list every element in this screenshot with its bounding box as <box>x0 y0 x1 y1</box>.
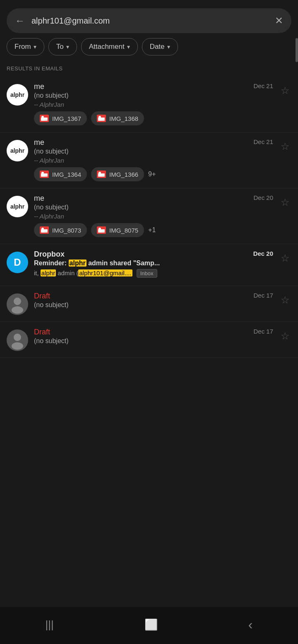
more-count-3: +1 <box>148 226 156 234</box>
email-top-row-3: me Dec 20 <box>34 194 273 203</box>
avatar-1: alphr <box>7 84 28 106</box>
filter-to[interactable]: To ▾ <box>48 38 77 55</box>
filter-to-label: To <box>56 43 64 51</box>
attachment-chip-3a[interactable]: IMG_8073 <box>34 223 87 237</box>
attachment-chip-2b[interactable]: IMG_1366 <box>91 167 144 181</box>
filter-date[interactable]: Date ▾ <box>142 38 178 55</box>
email-content-5: Draft Dec 17 (no subject) <box>34 292 273 310</box>
search-bar-left: ← alphr101@gmail.com <box>15 15 110 26</box>
svg-point-3 <box>12 342 23 350</box>
email-top-row-1: me Dec 21 <box>34 82 273 91</box>
email-subject-5: (no subject) <box>34 301 273 309</box>
image-icon-2b <box>97 171 106 178</box>
email-item-2[interactable]: alphr me Dec 21 (no subject) -- AlphrJan… <box>0 132 298 188</box>
filter-date-label: Date <box>150 43 165 51</box>
attachment-chip-2a[interactable]: IMG_1364 <box>34 167 87 181</box>
email-sender-2: me <box>34 138 44 147</box>
email-subject-4: Reminder: alphr admin shared "Samp... <box>34 260 273 267</box>
email-subject-6: (no subject) <box>34 337 273 345</box>
email-date-5: Dec 17 <box>253 292 273 299</box>
back-icon[interactable]: ← <box>15 15 25 26</box>
attachment-name-2b: IMG_1366 <box>109 171 138 178</box>
email-content-4: Dropbox Dec 20 Reminder: alphr admin sha… <box>34 250 273 279</box>
attachments-row-1: IMG_1367 IMG_1368 <box>34 111 273 125</box>
email-date-6: Dec 17 <box>253 328 273 335</box>
inbox-badge-4: Inbox <box>137 269 157 278</box>
email-date-1: Dec 21 <box>253 82 273 89</box>
avatar-4: D <box>7 252 28 273</box>
email-preview-1: -- AlphrJan <box>34 101 273 108</box>
email-item-6[interactable]: Draft Dec 17 (no subject) ☆ <box>0 322 298 358</box>
avatar-text-2: alphr <box>10 147 24 154</box>
star-button-3[interactable]: ☆ <box>279 195 291 210</box>
filter-date-chevron: ▾ <box>167 43 170 50</box>
email-date-2: Dec 21 <box>253 138 273 145</box>
attachment-chip-1b[interactable]: IMG_1368 <box>91 111 144 125</box>
attachment-name-3a: IMG_8073 <box>52 227 81 234</box>
svg-point-1 <box>12 306 23 314</box>
email-top-row-4: Dropbox Dec 20 <box>34 250 273 259</box>
avatar-3: alphr <box>7 196 28 217</box>
avatar-text-4: D <box>14 257 21 268</box>
image-icon-2a <box>40 171 49 178</box>
star-button-6[interactable]: ☆ <box>279 329 291 344</box>
filter-attachment[interactable]: Attachment ▾ <box>81 38 138 55</box>
image-icon-1b <box>97 115 106 122</box>
avatar-6 <box>7 329 28 351</box>
person-icon-5 <box>7 293 28 315</box>
email-content-1: me Dec 21 (no subject) -- AlphrJan IMG_1… <box>34 82 273 125</box>
email-preview-2: -- AlphrJan <box>34 157 273 164</box>
filter-from-chevron: ▾ <box>34 43 36 50</box>
email-sender-1: me <box>34 82 44 91</box>
attachment-chip-3b[interactable]: IMG_8075 <box>91 223 144 237</box>
attachments-row-3: IMG_8073 IMG_8075 +1 <box>34 223 273 237</box>
nav-back-button[interactable]: ‹ <box>240 614 261 636</box>
star-button-1[interactable]: ☆ <box>279 83 291 98</box>
star-button-2[interactable]: ☆ <box>279 139 291 154</box>
image-icon-3a <box>40 226 49 234</box>
email-sender-4: Dropbox <box>34 250 65 259</box>
subject-highlight-4: alphr <box>69 260 87 267</box>
email-content-3: me Dec 20 (no subject) -- AlphrJan IMG_8… <box>34 194 273 237</box>
attachment-name-2a: IMG_1364 <box>52 171 81 178</box>
email-subject-1: (no subject) <box>34 92 273 99</box>
attachment-chip-1a[interactable]: IMG_1367 <box>34 111 87 125</box>
email-top-row-6: Draft Dec 17 <box>34 328 273 336</box>
close-icon[interactable]: ✕ <box>275 15 283 26</box>
attachment-name-3b: IMG_8075 <box>109 227 138 234</box>
email-item-5[interactable]: Draft Dec 17 (no subject) ☆ <box>0 286 298 322</box>
search-bar: ← alphr101@gmail.com ✕ <box>7 8 291 33</box>
email-subject-3: (no subject) <box>34 204 273 211</box>
nav-home-button[interactable]: ⬜ <box>136 615 166 634</box>
avatar-5 <box>7 293 28 315</box>
image-icon-3b <box>97 226 106 234</box>
filter-attachment-chevron: ▾ <box>127 43 130 50</box>
filter-from[interactable]: From ▾ <box>7 38 44 55</box>
avatar-text-3: alphr <box>10 203 24 210</box>
more-count-2: 9+ <box>148 171 156 178</box>
email-item-3[interactable]: alphr me Dec 20 (no subject) -- AlphrJan… <box>0 188 298 244</box>
email-item-4[interactable]: D Dropbox Dec 20 Reminder: alphr admin s… <box>0 244 298 286</box>
filter-row-container: From ▾ To ▾ Attachment ▾ Date ▾ <box>0 38 298 62</box>
filter-row: From ▾ To ▾ Attachment ▾ Date ▾ <box>0 38 298 62</box>
nav-recents-button[interactable]: ||| <box>37 615 62 634</box>
preview-highlight-4b: alphr101@gmail.... <box>78 269 132 276</box>
email-sender-5: Draft <box>34 292 50 300</box>
star-button-5[interactable]: ☆ <box>279 293 291 308</box>
filter-from-label: From <box>14 43 31 51</box>
preview-highlight-4a: alphr <box>41 269 56 276</box>
email-content-6: Draft Dec 17 (no subject) <box>34 328 273 346</box>
attachment-name-1b: IMG_1368 <box>109 115 138 122</box>
email-sender-3: me <box>34 194 44 203</box>
email-content-2: me Dec 21 (no subject) -- AlphrJan IMG_1… <box>34 138 273 181</box>
email-date-4: Dec 20 <box>253 250 273 257</box>
star-button-4[interactable]: ☆ <box>279 251 291 266</box>
scroll-indicator <box>296 38 298 62</box>
bottom-nav: ||| ⬜ ‹ <box>0 607 298 644</box>
attachments-row-2: IMG_1364 IMG_1366 9+ <box>34 167 273 181</box>
email-item-1[interactable]: alphr me Dec 21 (no subject) -- AlphrJan… <box>0 77 298 132</box>
image-icon-1a <box>40 115 49 122</box>
email-subject-2: (no subject) <box>34 148 273 155</box>
attachment-name-1a: IMG_1367 <box>52 115 81 122</box>
filter-attachment-label: Attachment <box>89 43 125 51</box>
